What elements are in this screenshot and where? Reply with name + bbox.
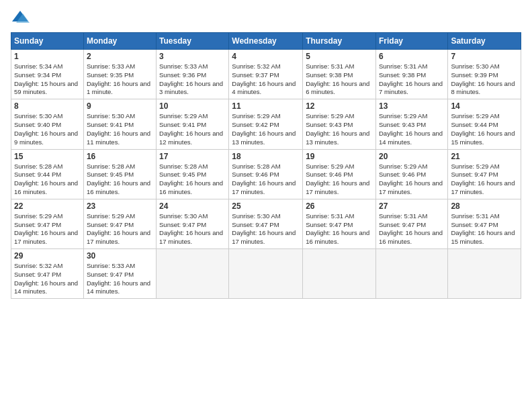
table-row: 24 Sunrise: 5:30 AMSunset: 9:47 PMDaylig… [157,199,229,248]
table-row: 13 Sunrise: 5:29 AMSunset: 9:43 PMDaylig… [375,99,447,149]
day-number: 16 [87,152,153,161]
day-info: Sunrise: 5:30 AMSunset: 9:39 PMDaylight:… [451,62,515,95]
table-row: 2 Sunrise: 5:33 AMSunset: 9:35 PMDayligh… [83,50,156,99]
day-number: 24 [159,201,226,211]
table-row: 16 Sunrise: 5:28 AMSunset: 9:45 PMDaylig… [83,149,156,199]
day-info: Sunrise: 5:28 AMSunset: 9:45 PMDaylight:… [159,163,223,195]
day-number: 13 [379,101,445,111]
day-info: Sunrise: 5:31 AMSunset: 9:38 PMDaylight:… [379,62,443,95]
col-tuesday: Tuesday [157,33,229,50]
table-row: 4 Sunrise: 5:32 AMSunset: 9:37 PMDayligh… [229,50,303,99]
day-info: Sunrise: 5:29 AMSunset: 9:43 PMDaylight:… [306,112,369,145]
table-row: 25 Sunrise: 5:30 AMSunset: 9:47 PMDaylig… [229,199,303,248]
day-number: 21 [451,152,518,161]
table-row: 28 Sunrise: 5:31 AMSunset: 9:47 PMDaylig… [448,199,521,248]
day-number: 29 [14,251,81,261]
table-row [375,249,447,299]
table-row: 19 Sunrise: 5:29 AMSunset: 9:46 PMDaylig… [303,149,376,199]
table-row: 5 Sunrise: 5:31 AMSunset: 9:38 PMDayligh… [303,50,376,99]
table-row: 17 Sunrise: 5:28 AMSunset: 9:45 PMDaylig… [157,149,229,199]
day-number: 14 [451,101,518,111]
day-info: Sunrise: 5:34 AMSunset: 9:34 PMDaylight:… [14,62,78,95]
day-info: Sunrise: 5:32 AMSunset: 9:37 PMDaylight:… [232,62,296,95]
col-sunday: Sunday [11,33,84,50]
table-row: 29 Sunrise: 5:32 AMSunset: 9:47 PMDaylig… [11,249,84,299]
day-number: 15 [14,152,81,161]
day-number: 12 [306,101,373,111]
table-row: 6 Sunrise: 5:31 AMSunset: 9:38 PMDayligh… [375,50,447,99]
day-info: Sunrise: 5:30 AMSunset: 9:47 PMDaylight:… [232,212,296,245]
day-number: 7 [451,52,518,61]
day-number: 6 [379,52,445,61]
table-row: 12 Sunrise: 5:29 AMSunset: 9:43 PMDaylig… [303,99,376,149]
day-info: Sunrise: 5:30 AMSunset: 9:47 PMDaylight:… [159,212,223,245]
table-row: 20 Sunrise: 5:29 AMSunset: 9:46 PMDaylig… [375,149,447,199]
day-info: Sunrise: 5:31 AMSunset: 9:38 PMDaylight:… [306,62,369,95]
logo [11,8,32,27]
col-friday: Friday [375,33,447,50]
day-number: 4 [232,52,300,61]
day-number: 26 [306,201,373,211]
day-info: Sunrise: 5:29 AMSunset: 9:47 PMDaylight:… [451,163,515,195]
table-row: 9 Sunrise: 5:30 AMSunset: 9:41 PMDayligh… [83,99,156,149]
day-number: 28 [451,201,518,211]
day-info: Sunrise: 5:28 AMSunset: 9:46 PMDaylight:… [232,163,296,195]
day-info: Sunrise: 5:29 AMSunset: 9:42 PMDaylight:… [232,112,296,145]
table-row [157,249,229,299]
table-row: 10 Sunrise: 5:29 AMSunset: 9:41 PMDaylig… [157,99,229,149]
day-info: Sunrise: 5:29 AMSunset: 9:46 PMDaylight:… [379,163,443,195]
table-row: 27 Sunrise: 5:31 AMSunset: 9:47 PMDaylig… [375,199,447,248]
calendar-table: Sunday Monday Tuesday Wednesday Thursday… [11,32,521,299]
day-info: Sunrise: 5:32 AMSunset: 9:47 PMDaylight:… [14,262,78,295]
day-number: 3 [159,52,226,61]
day-number: 17 [159,152,226,161]
day-number: 10 [159,101,226,111]
day-info: Sunrise: 5:28 AMSunset: 9:44 PMDaylight:… [14,163,78,195]
table-row: 7 Sunrise: 5:30 AMSunset: 9:39 PMDayligh… [448,50,521,99]
day-number: 19 [306,152,373,161]
day-info: Sunrise: 5:28 AMSunset: 9:45 PMDaylight:… [87,163,150,195]
day-number: 2 [87,52,153,61]
table-row: 1 Sunrise: 5:34 AMSunset: 9:34 PMDayligh… [11,50,84,99]
table-row: 3 Sunrise: 5:33 AMSunset: 9:36 PMDayligh… [157,50,229,99]
day-number: 20 [379,152,445,161]
day-number: 23 [87,201,153,211]
day-info: Sunrise: 5:33 AMSunset: 9:47 PMDaylight:… [87,262,150,295]
table-row: 26 Sunrise: 5:31 AMSunset: 9:47 PMDaylig… [303,199,376,248]
day-number: 5 [306,52,373,61]
day-info: Sunrise: 5:31 AMSunset: 9:47 PMDaylight:… [379,212,443,245]
table-row [229,249,303,299]
table-row: 14 Sunrise: 5:29 AMSunset: 9:44 PMDaylig… [448,99,521,149]
table-row: 23 Sunrise: 5:29 AMSunset: 9:47 PMDaylig… [83,199,156,248]
table-row [303,249,376,299]
col-monday: Monday [83,33,156,50]
day-info: Sunrise: 5:30 AMSunset: 9:40 PMDaylight:… [14,112,78,145]
day-info: Sunrise: 5:29 AMSunset: 9:43 PMDaylight:… [379,112,443,145]
day-number: 1 [14,52,81,61]
day-number: 9 [87,101,153,111]
col-wednesday: Wednesday [229,33,303,50]
table-row: 11 Sunrise: 5:29 AMSunset: 9:42 PMDaylig… [229,99,303,149]
col-thursday: Thursday [303,33,376,50]
table-row: 15 Sunrise: 5:28 AMSunset: 9:44 PMDaylig… [11,149,84,199]
day-info: Sunrise: 5:31 AMSunset: 9:47 PMDaylight:… [451,212,515,245]
day-number: 27 [379,201,445,211]
day-number: 18 [232,152,300,161]
calendar-header-row: Sunday Monday Tuesday Wednesday Thursday… [11,33,521,50]
day-info: Sunrise: 5:29 AMSunset: 9:44 PMDaylight:… [451,112,515,145]
table-row: 22 Sunrise: 5:29 AMSunset: 9:47 PMDaylig… [11,199,84,248]
logo-icon [11,8,30,27]
day-info: Sunrise: 5:29 AMSunset: 9:41 PMDaylight:… [159,112,223,145]
table-row: 30 Sunrise: 5:33 AMSunset: 9:47 PMDaylig… [83,249,156,299]
table-row: 21 Sunrise: 5:29 AMSunset: 9:47 PMDaylig… [448,149,521,199]
page: Sunday Monday Tuesday Wednesday Thursday… [0,0,532,411]
day-info: Sunrise: 5:29 AMSunset: 9:47 PMDaylight:… [14,212,78,245]
table-row: 8 Sunrise: 5:30 AMSunset: 9:40 PMDayligh… [11,99,84,149]
col-saturday: Saturday [448,33,521,50]
day-info: Sunrise: 5:33 AMSunset: 9:36 PMDaylight:… [159,62,223,95]
day-info: Sunrise: 5:33 AMSunset: 9:35 PMDaylight:… [87,62,150,95]
day-info: Sunrise: 5:30 AMSunset: 9:41 PMDaylight:… [87,112,150,145]
table-row: 18 Sunrise: 5:28 AMSunset: 9:46 PMDaylig… [229,149,303,199]
day-number: 30 [87,251,153,261]
day-info: Sunrise: 5:29 AMSunset: 9:47 PMDaylight:… [87,212,150,245]
